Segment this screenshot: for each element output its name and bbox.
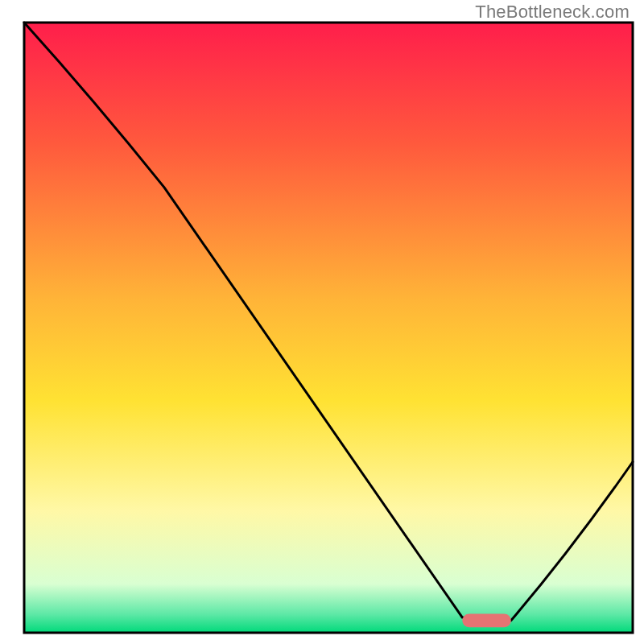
plot-background — [24, 23, 633, 633]
optimal-range-marker — [462, 614, 510, 628]
bottleneck-chart — [0, 0, 644, 644]
watermark-label: TheBottleneck.com — [475, 2, 630, 23]
chart-container: TheBottleneck.com — [0, 0, 644, 644]
